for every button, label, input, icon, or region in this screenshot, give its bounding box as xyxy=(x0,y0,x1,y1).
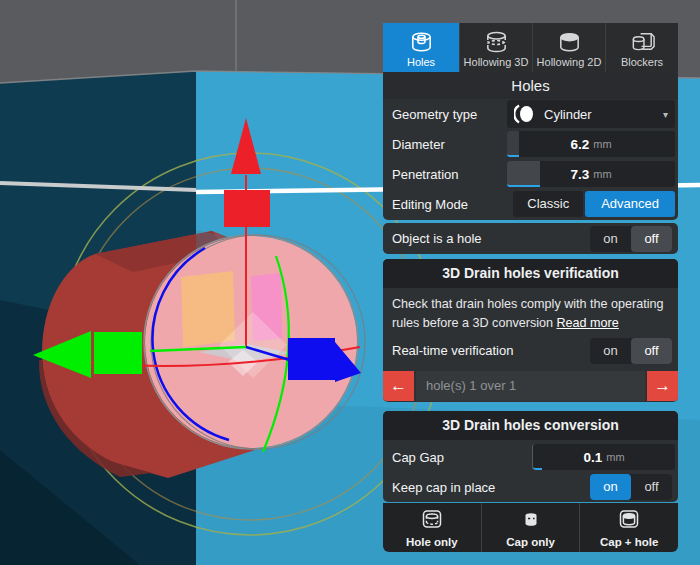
penetration-unit: mm xyxy=(593,168,611,180)
tab-holes[interactable]: Holes xyxy=(383,23,459,72)
penetration-drag-handle[interactable] xyxy=(507,161,540,187)
box-with-cap-and-hole-icon xyxy=(617,508,641,535)
tab-blockers[interactable]: Blockers xyxy=(605,23,678,72)
verification-title: 3D Drain holes verification xyxy=(383,259,678,288)
cap-gap-unit: mm xyxy=(606,451,624,463)
hole-counter-status: hole(s) 1 over 1 xyxy=(416,371,645,401)
tab-label: Hollowing 2D xyxy=(537,56,602,68)
keep-cap-label: Keep cap in place xyxy=(392,480,590,495)
geometry-type-row: Geometry type Cylinder ▾ xyxy=(383,99,678,129)
cap-plus-hole-button[interactable]: Cap + hole xyxy=(579,503,678,552)
gizmo-right-handle[interactable] xyxy=(288,338,335,380)
diameter-drag-handle[interactable] xyxy=(507,131,519,157)
cap-only-button[interactable]: Cap only xyxy=(481,503,580,552)
holes-cylinder-icon xyxy=(408,28,435,56)
tab-label: Holes xyxy=(407,56,435,68)
action-label: Cap + hole xyxy=(600,536,658,548)
diameter-value: 6.2 xyxy=(570,137,589,152)
tab-label: Hollowing 3D xyxy=(464,56,529,68)
editing-mode-row: Editing Mode Classic Advanced xyxy=(383,189,678,219)
previous-hole-button[interactable]: ← xyxy=(383,371,414,401)
cap-gap-row: Cap Gap 0.1 mm xyxy=(383,442,678,472)
gizmo-up-handle[interactable] xyxy=(224,190,270,227)
cap-gap-label: Cap Gap xyxy=(392,450,532,465)
penetration-input[interactable]: 7.3 mm xyxy=(507,161,675,187)
realtime-verification-row: Real-time verification on off xyxy=(383,336,678,366)
diameter-unit: mm xyxy=(593,138,611,150)
cap-gap-drag-handle[interactable] xyxy=(533,444,542,470)
object-is-a-hole-label: Object is a hole xyxy=(392,231,590,246)
hollowing-3d-cylinder-icon xyxy=(483,28,510,56)
penetration-row: Penetration 7.3 mm xyxy=(383,159,678,189)
diameter-row: Diameter 6.2 mm xyxy=(383,129,678,159)
blocker-cube-cylinder-icon xyxy=(629,28,656,56)
geometry-type-value: Cylinder xyxy=(544,107,663,122)
arrow-right-icon: → xyxy=(654,376,671,395)
toggle-off-option[interactable]: off xyxy=(631,338,672,364)
arrow-left-icon: ← xyxy=(390,376,407,395)
hole-only-button[interactable]: Hole only xyxy=(383,503,481,552)
panel-title: Holes xyxy=(383,72,678,99)
cap-cylinder-icon xyxy=(519,508,543,535)
penetration-value: 7.3 xyxy=(570,167,589,182)
decal-orange-panel xyxy=(181,271,235,347)
hole-navigator: ← hole(s) 1 over 1 → xyxy=(383,371,678,401)
toggle-on-option[interactable]: on xyxy=(590,226,631,252)
drain-holes-conversion-card: 3D Drain holes conversion Cap Gap 0.1 mm… xyxy=(383,411,678,502)
toggle-on-option[interactable]: on xyxy=(590,474,631,500)
geometry-type-select[interactable]: Cylinder ▾ xyxy=(507,100,675,128)
verification-description: Check that drain holes comply with the o… xyxy=(383,288,678,336)
tab-hollowing-2d[interactable]: Hollowing 2D xyxy=(532,23,605,72)
drain-holes-verification-card: 3D Drain holes verification Check that d… xyxy=(383,259,678,402)
application-window: Holes Hollowing 3D Hollowing 2D xyxy=(0,0,700,565)
toggle-off-option[interactable]: off xyxy=(631,226,672,252)
tab-hollowing-3d[interactable]: Hollowing 3D xyxy=(459,23,532,72)
diameter-input[interactable]: 6.2 mm xyxy=(507,131,675,157)
hollowing-2d-cylinder-icon xyxy=(556,28,583,56)
object-is-a-hole-row: Object is a hole on off xyxy=(383,223,678,254)
geometry-type-label: Geometry type xyxy=(392,107,507,122)
next-hole-button[interactable]: → xyxy=(647,371,678,401)
penetration-label: Penetration xyxy=(392,167,507,182)
advanced-mode-button[interactable]: Advanced xyxy=(585,191,675,217)
object-is-a-hole-toggle: on off xyxy=(590,226,672,252)
classic-mode-button[interactable]: Classic xyxy=(513,191,583,217)
chevron-down-icon: ▾ xyxy=(663,109,668,120)
conversion-actions-bar: Hole only Cap only Cap + hole xyxy=(383,503,678,552)
cap-gap-value: 0.1 xyxy=(583,450,602,465)
holes-settings-card: Holes Geometry type Cylinder ▾ Diameter … xyxy=(383,72,678,220)
cylinder-shape-icon xyxy=(514,103,535,125)
conversion-title: 3D Drain holes conversion xyxy=(383,411,678,440)
keep-cap-toggle: on off xyxy=(590,474,672,500)
editing-mode-label: Editing Mode xyxy=(392,197,513,212)
action-label: Cap only xyxy=(506,536,555,548)
realtime-verification-toggle: on off xyxy=(590,338,672,364)
action-label: Hole only xyxy=(406,536,458,548)
box-with-hole-icon xyxy=(420,508,444,535)
gizmo-left-handle[interactable] xyxy=(94,332,142,374)
read-more-link[interactable]: Read more xyxy=(557,316,619,330)
toggle-off-option[interactable]: off xyxy=(631,474,672,500)
verification-description-text: Check that drain holes comply with the o… xyxy=(392,297,664,330)
toggle-on-option[interactable]: on xyxy=(590,338,631,364)
tab-label: Blockers xyxy=(621,56,663,68)
realtime-verification-label: Real-time verification xyxy=(392,343,590,358)
editing-mode-switch: Classic Advanced xyxy=(513,191,675,217)
tool-tabs: Holes Hollowing 3D Hollowing 2D xyxy=(383,23,678,72)
keep-cap-row: Keep cap in place on off xyxy=(383,472,678,502)
cap-gap-input[interactable]: 0.1 mm xyxy=(532,444,675,470)
object-is-a-hole-card: Object is a hole on off xyxy=(383,223,678,254)
diameter-label: Diameter xyxy=(392,137,507,152)
